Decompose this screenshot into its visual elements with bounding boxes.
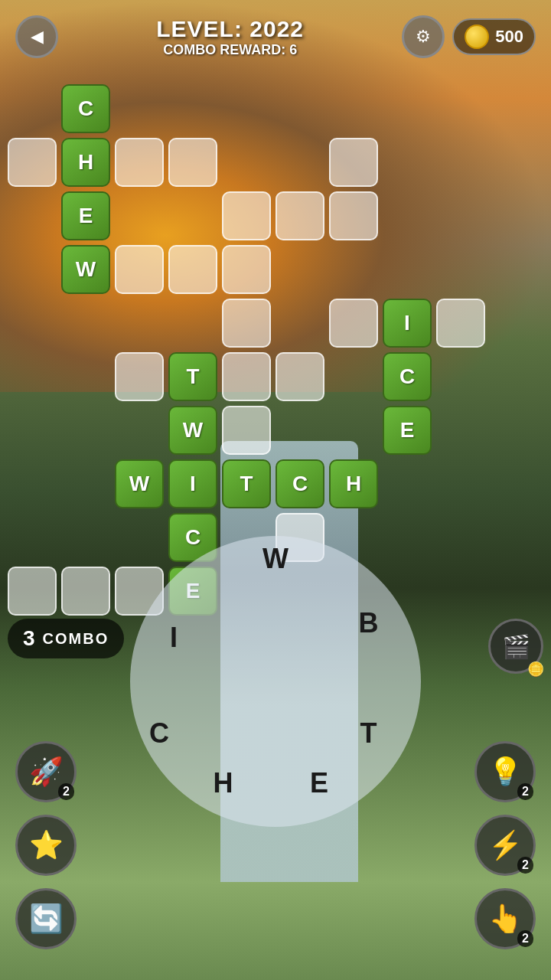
empty-tile[interactable]	[115, 138, 164, 187]
empty-tile[interactable]	[329, 299, 378, 348]
letter-tile-W[interactable]: W	[168, 406, 217, 455]
coin-stack-icon: 🪙	[527, 661, 544, 678]
combo-reward-label: COMBO REWARD: 6	[156, 42, 304, 58]
bolt-button[interactable]: ⚡ 2	[474, 815, 536, 876]
hand-count: 2	[517, 930, 533, 947]
letter-tile-T[interactable]: T	[168, 352, 217, 401]
empty-tile[interactable]	[276, 352, 324, 401]
empty-tile[interactable]	[329, 191, 378, 240]
letter-tile-I[interactable]: I	[383, 299, 432, 348]
empty-tile[interactable]	[8, 567, 57, 616]
empty-tile[interactable]	[61, 567, 110, 616]
empty-tile[interactable]	[222, 299, 271, 348]
empty-tile[interactable]	[115, 352, 164, 401]
powerup-buttons: 🚀 2 ⭐ 🔄 💡 2 ⚡ 2 👆 2	[0, 741, 551, 949]
header-center: LEVEL: 2022 COMBO REWARD: 6	[156, 16, 304, 58]
empty-tile[interactable]	[222, 352, 271, 401]
empty-tile[interactable]	[276, 191, 324, 240]
letter-tile-C[interactable]: C	[383, 352, 432, 401]
letter-tile-C[interactable]: C	[276, 459, 324, 508]
empty-tile[interactable]	[436, 299, 485, 348]
hand-button[interactable]: 👆 2	[474, 888, 536, 949]
coin-count: 500	[495, 27, 523, 47]
right-powerups: 💡 2 ⚡ 2 👆 2	[474, 741, 536, 949]
wheel-letter-I[interactable]: I	[170, 622, 178, 654]
header: ◀ LEVEL: 2022 COMBO REWARD: 6 ⚙ 500	[0, 15, 551, 58]
empty-tile[interactable]	[168, 138, 217, 187]
letter-tile-T[interactable]: T	[222, 459, 271, 508]
back-icon: ◀	[31, 27, 44, 47]
empty-tile[interactable]	[222, 406, 271, 455]
wheel-letter-W[interactable]: W	[262, 543, 289, 575]
combo-number: 3	[23, 626, 35, 651]
rocket-icon: 🚀	[29, 756, 64, 788]
bolt-count: 2	[517, 857, 533, 874]
letter-tile-E[interactable]: E	[61, 191, 110, 240]
bulb-button[interactable]: 💡 2	[474, 741, 536, 802]
refresh-button[interactable]: 🔄	[15, 888, 77, 949]
letter-tile-E[interactable]: E	[383, 406, 432, 455]
empty-tile[interactable]	[115, 245, 164, 294]
rocket-button[interactable]: 🚀 2	[15, 741, 77, 802]
empty-tile[interactable]	[222, 245, 271, 294]
combo-label: COMBO	[43, 630, 109, 648]
wheel-letter-B[interactable]: B	[359, 607, 379, 639]
film-icon: 🎬	[502, 633, 530, 660]
combo-badge: 3 COMBO	[8, 619, 124, 658]
star-button[interactable]: ⭐	[15, 815, 77, 876]
star-icon: ⭐	[29, 829, 64, 861]
empty-tile[interactable]	[168, 245, 217, 294]
empty-tile[interactable]	[8, 138, 57, 187]
settings-icon: ⚙	[416, 27, 431, 47]
letter-tile-W[interactable]: W	[115, 459, 164, 508]
bolt-icon: ⚡	[488, 829, 523, 861]
refresh-icon: 🔄	[29, 903, 64, 935]
film-button[interactable]: 🎬 🪙	[488, 619, 543, 674]
letter-tile-W[interactable]: W	[61, 245, 110, 294]
bulb-icon: 💡	[488, 756, 523, 788]
rocket-count: 2	[58, 783, 74, 800]
back-button[interactable]: ◀	[15, 15, 58, 58]
coin-badge: 500	[452, 18, 536, 55]
letter-tile-H[interactable]: H	[329, 459, 378, 508]
hand-icon: 👆	[488, 903, 523, 935]
empty-tile[interactable]	[222, 191, 271, 240]
letter-tile-I[interactable]: I	[168, 459, 217, 508]
letter-tile-C[interactable]: C	[61, 84, 110, 133]
settings-button[interactable]: ⚙	[402, 15, 445, 58]
left-powerups: 🚀 2 ⭐ 🔄	[15, 741, 77, 949]
level-label: LEVEL: 2022	[156, 16, 304, 42]
bulb-count: 2	[517, 783, 533, 800]
coin-icon	[465, 24, 489, 49]
empty-tile[interactable]	[329, 138, 378, 187]
letter-tile-H[interactable]: H	[61, 138, 110, 187]
